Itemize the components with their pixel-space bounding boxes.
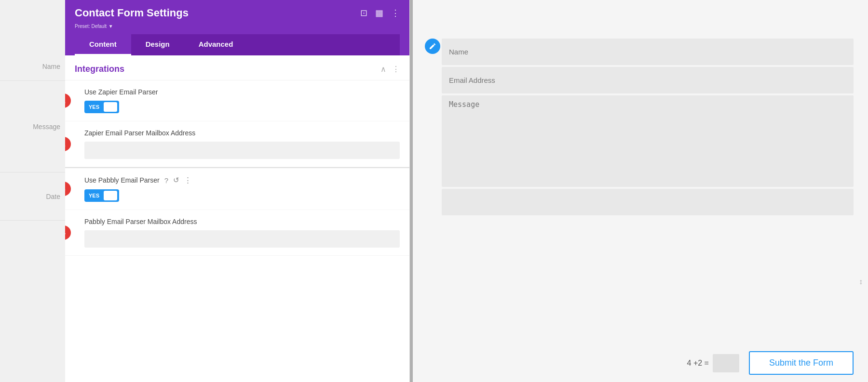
focus-mode-icon[interactable]: ⊡ — [360, 8, 367, 18]
sidebar-labels: Name Message Date — [0, 0, 65, 382]
pabbly-toggle-yes: YES — [86, 192, 102, 199]
more-options-icon[interactable]: ⋮ — [391, 8, 400, 18]
name-field-row — [442, 39, 854, 67]
help-icon[interactable]: ? — [164, 176, 168, 184]
pabbly-toggle-label-row: Use Pabbly Email Parser ? ↺ ⋮ — [84, 176, 400, 184]
zapier-toggle-label: Use Zapier Email Parser — [84, 88, 400, 96]
zapier-mailbox-label: Zapier Email Parser Mailbox Address — [84, 129, 400, 137]
tab-design[interactable]: Design — [131, 34, 184, 55]
step-badge-1: 1 — [65, 93, 71, 108]
tab-content[interactable]: Content — [75, 34, 131, 55]
email-field-row — [442, 67, 854, 95]
form-submit-area: 4 +2 = Submit the Form — [413, 344, 868, 382]
section-more-icon[interactable]: ⋮ — [392, 65, 400, 74]
message-field-row — [442, 95, 854, 189]
panel-header: Contact Form Settings ⊡ ▦ ⋮ Preset: Defa… — [65, 0, 409, 55]
pabbly-toggle-row: 3 Use Pabbly Email Parser ? ↺ ⋮ YES — [65, 167, 409, 210]
submit-button[interactable]: Submit the Form — [749, 351, 854, 375]
pabbly-mailbox-label: Pabbly Email Parser Mailbox Address — [84, 218, 400, 225]
form-area: ⤡ 4 +2 = Submit the Form — [413, 0, 868, 382]
pabbly-more-icon[interactable]: ⋮ — [184, 176, 191, 184]
panel-preset[interactable]: Preset: Default ▼ — [75, 22, 400, 29]
zapier-mailbox-row: 2 Zapier Email Parser Mailbox Address — [65, 121, 409, 167]
panel-tabs: Content Design Advanced — [75, 34, 400, 55]
panel-title: Contact Form Settings — [75, 7, 189, 19]
message-textarea[interactable] — [442, 95, 854, 187]
collapse-icon[interactable]: ∧ — [380, 65, 386, 74]
step-badge-3: 3 — [65, 182, 71, 196]
pabbly-toggle-label-text: Use Pabbly Email Parser — [84, 176, 160, 184]
reset-icon[interactable]: ↺ — [173, 176, 179, 184]
name-input[interactable] — [442, 39, 854, 65]
edit-button[interactable] — [425, 39, 440, 54]
zapier-toggle-row: 1 Use Zapier Email Parser YES — [65, 80, 409, 121]
tab-advanced[interactable]: Advanced — [184, 34, 248, 55]
zapier-toggle-switch[interactable]: YES — [84, 101, 119, 113]
form-fields — [413, 0, 868, 344]
sidebar-label-message: Message — [0, 81, 65, 172]
step-badge-4: 4 — [65, 225, 71, 240]
captcha-input-box[interactable] — [713, 354, 739, 372]
date-input — [442, 189, 854, 215]
zapier-mailbox-input[interactable] — [84, 142, 400, 159]
pabbly-toggle-thumb — [104, 191, 117, 200]
panel-content: Integrations ∧ ⋮ 1 Use Zapier Email Pars… — [65, 55, 409, 382]
panel-header-icons: ⊡ ▦ ⋮ — [360, 8, 400, 18]
section-title: Integrations — [75, 64, 124, 74]
captcha-area: 4 +2 = — [687, 354, 739, 372]
toggle-thumb — [104, 102, 117, 112]
pencil-icon — [429, 42, 436, 50]
section-header: Integrations ∧ ⋮ — [65, 55, 409, 80]
pabbly-toggle-switch[interactable]: YES — [84, 189, 119, 202]
settings-panel: Contact Form Settings ⊡ ▦ ⋮ Preset: Defa… — [65, 0, 410, 382]
panel-header-top: Contact Form Settings ⊡ ▦ ⋮ — [75, 7, 400, 19]
sidebar-label-name: Name — [0, 52, 65, 81]
toggle-yes-label: YES — [86, 103, 102, 111]
section-controls: ∧ ⋮ — [380, 65, 400, 74]
date-field-row — [442, 189, 854, 217]
split-view-icon[interactable]: ▦ — [375, 8, 383, 18]
captcha-text: 4 +2 = — [687, 359, 709, 368]
step-badge-2: 2 — [65, 137, 71, 151]
sidebar-label-date: Date — [0, 172, 65, 221]
pabbly-mailbox-row: 4 Pabbly Email Parser Mailbox Address — [65, 210, 409, 256]
pabbly-mailbox-input[interactable] — [84, 230, 400, 248]
email-input[interactable] — [442, 67, 854, 93]
